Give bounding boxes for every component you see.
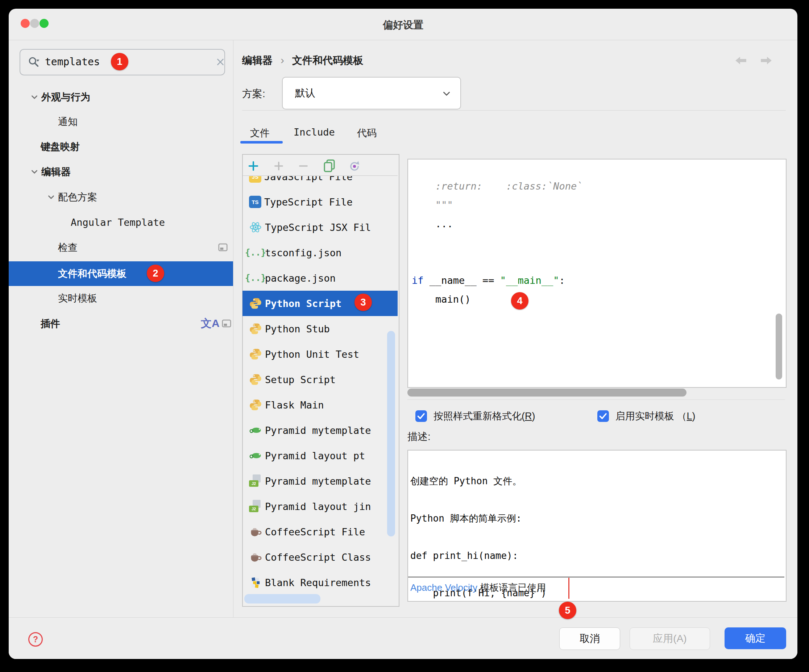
remove-template-icon[interactable]: [297, 160, 309, 172]
annotation-badge-4: 4: [511, 292, 529, 309]
description-footer: Apache Velocity 模板语言已使用: [410, 581, 546, 594]
editor-vertical-scrollbar[interactable]: [775, 314, 782, 380]
list-item[interactable]: Flask Main: [242, 392, 398, 418]
list-item[interactable]: J2 Pyramid mytemplate: [242, 468, 398, 494]
breadcrumb-file-code-templates: 文件和代码模板: [292, 54, 363, 67]
json-braces-icon: {..}: [249, 272, 262, 284]
javascript-icon: JS: [249, 176, 261, 183]
jinja2-icon: J2: [249, 474, 262, 487]
react-icon: [249, 221, 262, 234]
annotation-badge-1: 1: [111, 53, 128, 70]
reset-to-default-icon[interactable]: [348, 160, 361, 173]
list-vertical-scrollbar[interactable]: [387, 331, 395, 536]
reformat-checkbox-label: 按照样式重新格式化(R): [433, 410, 535, 423]
reformat-checkbox-row: 按照样式重新格式化(R): [415, 410, 535, 423]
add-child-template-icon[interactable]: [273, 160, 285, 172]
breadcrumb-editor[interactable]: 编辑器: [242, 54, 273, 67]
sidebar-item-notifications[interactable]: 通知: [58, 109, 77, 134]
list-item[interactable]: TS TypeScript File: [242, 189, 398, 215]
coffeescript-icon: [249, 525, 262, 538]
jinja2-icon: J2: [249, 500, 262, 513]
python-icon: [249, 398, 262, 412]
live-template-checkbox[interactable]: [598, 410, 609, 422]
chevron-down-icon: [30, 93, 39, 101]
sidebar-item-plugins[interactable]: 插件: [40, 311, 60, 336]
ide-settings-icon: [218, 242, 228, 253]
search-input-value: templates: [45, 56, 100, 68]
sidebar-item-color-scheme[interactable]: 配色方案: [47, 185, 97, 210]
ide-settings-icon: [221, 318, 232, 329]
sidebar-item-editor[interactable]: 编辑器: [9, 160, 233, 184]
code-line-if-main: if __name__ == "__main__":: [412, 275, 565, 286]
scheme-label: 方案:: [242, 87, 265, 101]
list-item[interactable]: Python Unit Test: [242, 341, 398, 367]
code-line-ellipsis: ...: [412, 218, 453, 229]
list-item[interactable]: Blank Requirements: [242, 570, 398, 595]
editor-section-divider: [408, 400, 785, 400]
live-template-checkbox-row: 启用实时模板 （L): [598, 410, 696, 423]
sidebar-item-appearance[interactable]: 外观与行为: [9, 85, 233, 109]
tab-include[interactable]: Include: [294, 126, 335, 138]
list-item[interactable]: Setup Script: [242, 367, 398, 392]
template-editor[interactable]: [408, 159, 787, 388]
list-item[interactable]: Pyramid layout pt: [242, 443, 398, 468]
add-template-icon[interactable]: [247, 160, 260, 172]
python-icon: [249, 373, 262, 386]
code-line-main-call: main(): [412, 294, 471, 305]
scheme-dropdown[interactable]: 默认: [282, 77, 461, 109]
annotation-badge-3: 3: [354, 294, 372, 311]
blank-requirements-icon: [249, 576, 262, 589]
description-label: 描述:: [408, 430, 431, 444]
chameleon-icon: [249, 449, 262, 462]
cancel-button[interactable]: 取消: [559, 627, 620, 650]
window-title: 偏好设置: [9, 18, 797, 32]
list-item[interactable]: {..} package.json: [242, 265, 398, 291]
apply-button[interactable]: 应用(A): [629, 627, 710, 650]
red-caret-marker: [568, 578, 569, 599]
typescript-icon: TS: [249, 196, 261, 208]
chevron-down-icon: [442, 89, 451, 98]
scheme-value: 默认: [295, 86, 316, 100]
list-item[interactable]: TypeScript JSX Fil: [242, 215, 398, 240]
python-icon: [249, 348, 262, 361]
python-icon: [249, 322, 262, 335]
json-braces-icon: {..}: [249, 246, 262, 259]
list-item[interactable]: JS JavaScript File: [242, 176, 398, 189]
list-item[interactable]: Pyramid mytemplate: [242, 418, 398, 443]
annotation-badge-5: 5: [559, 602, 576, 619]
tab-files[interactable]: 文件: [250, 126, 270, 139]
sidebar-item-keymap[interactable]: 键盘映射: [40, 134, 80, 159]
translate-icon: 文A: [201, 316, 220, 331]
list-toolbar-divider: [242, 175, 398, 176]
list-item[interactable]: J2 Pyramid layout jin: [242, 494, 398, 519]
live-template-checkbox-label: 启用实时模板 （L): [616, 410, 696, 423]
reformat-checkbox[interactable]: [415, 410, 427, 422]
python-icon: [249, 297, 262, 310]
list-item[interactable]: {..} tsconfig.json: [242, 240, 398, 265]
template-list: JS JavaScript File TS TypeScript File Ty…: [242, 176, 398, 605]
active-tab-underline: [240, 141, 283, 144]
list-item[interactable]: Python Stub: [242, 316, 398, 341]
list-horizontal-scrollbar[interactable]: [244, 594, 321, 603]
back-arrow-icon[interactable]: [734, 55, 747, 66]
tab-code[interactable]: 代码: [357, 126, 377, 139]
sidebar-item-angular-template[interactable]: Angular Template: [70, 210, 165, 235]
code-line-docstring-end: """: [412, 199, 453, 211]
header-divider: [242, 110, 786, 111]
list-item-python-script-selected[interactable]: Python Script: [242, 291, 398, 316]
list-item[interactable]: CoffeeScript File: [242, 519, 398, 544]
apache-velocity-link[interactable]: Apache Velocity: [410, 582, 477, 593]
list-item[interactable]: CoffeeScript Class: [242, 544, 398, 570]
preferences-window: 偏好设置 templates 1 外观与行为 通知 键盘映射 编辑器 配色方案 …: [9, 9, 797, 659]
duplicate-template-icon[interactable]: [322, 158, 336, 174]
sidebar-item-file-code-templates[interactable]: 文件和代码模板: [9, 261, 233, 286]
ok-button[interactable]: 确定: [725, 627, 786, 649]
help-icon[interactable]: ?: [28, 632, 43, 647]
editor-horizontal-scrollbar[interactable]: [408, 388, 686, 396]
chameleon-icon: [249, 424, 262, 437]
sidebar-item-live-templates[interactable]: 实时模板: [58, 286, 97, 311]
forward-arrow-icon[interactable]: [760, 55, 773, 66]
checkmark-icon: [415, 410, 427, 422]
clear-search-icon[interactable]: [216, 57, 225, 67]
sidebar-item-inspections[interactable]: 检查: [58, 235, 77, 260]
